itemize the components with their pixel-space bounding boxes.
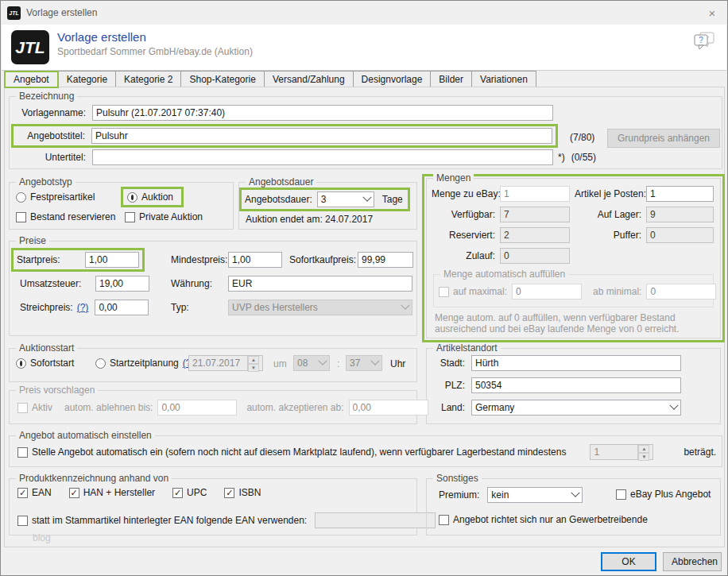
festpreisartikel-radio-circle[interactable] xyxy=(16,192,26,203)
auktion-ende-label: Auktion endet am: 24.07.2017 xyxy=(246,214,373,225)
group-produktkennzeichnung-label: Produktkennzeichnung anhand von xyxy=(16,473,172,484)
tab-kategorie[interactable]: Kategorie xyxy=(58,71,116,87)
spinner-icons: ▲▼ xyxy=(637,445,649,459)
land-select[interactable]: Germany xyxy=(471,400,681,416)
minute-select: 37 xyxy=(346,355,382,371)
zulauf-input xyxy=(500,248,570,264)
umsatzsteuer-label: Umsatzsteuer: xyxy=(20,278,95,289)
lagerbestand-spinner: 1 ▲▼ xyxy=(590,444,653,460)
han-checkbox-box[interactable]: ✓ xyxy=(69,488,79,498)
angebotstitel-label: Angebotstitel: xyxy=(15,130,85,141)
gewerbetreibende-checkbox[interactable]: Angebot richtet sich nur an Gewerbetreib… xyxy=(439,514,648,525)
vorlage-erstellen-dialog: { "titlebar": { "title": "Vorlage erstel… xyxy=(0,0,728,576)
group-angebotstyp-label: Angebotstyp xyxy=(16,176,76,187)
private-auktion-checkbox-box[interactable] xyxy=(125,212,135,222)
group-angebotstyp: Angebotstyp Festpreisartikel Auktion Bes… xyxy=(9,182,234,230)
auf-lager-input xyxy=(646,207,714,222)
chevron-down-icon xyxy=(571,489,580,497)
stadt-label: Stadt: xyxy=(433,358,465,369)
statt-ean-label: statt im Stammartikel hinterlegter EAN f… xyxy=(32,515,307,526)
artikel-je-posten-input[interactable] xyxy=(646,186,714,202)
upc-checkbox-box[interactable]: ✓ xyxy=(172,488,183,498)
startzeitplanung-radio-circle[interactable] xyxy=(95,358,106,369)
streichpreis-help-link[interactable]: (?) xyxy=(77,302,89,313)
typ-select: UVP des Herstellers xyxy=(228,300,412,315)
group-menge-auffuellen: Menge automatisch auffüllen auf maximal:… xyxy=(433,274,714,307)
vorlagenname-input[interactable] xyxy=(92,105,553,121)
stadt-input[interactable] xyxy=(471,355,681,371)
tab-bilder[interactable]: Bilder xyxy=(430,71,472,87)
ean-label: EAN xyxy=(32,487,52,498)
angebotstitel-counter: (7/80) xyxy=(570,132,594,143)
ablehnen-label: autom. ablehnen bis: xyxy=(64,402,153,413)
help-bubbles-icon[interactable]: ? ? xyxy=(690,31,717,53)
angebotstitel-input[interactable] xyxy=(91,128,552,144)
verfuegbar-input xyxy=(500,207,570,222)
untertitel-input[interactable] xyxy=(92,149,553,165)
page-title: Vorlage erstellen xyxy=(57,30,146,44)
han-label: HAN + Hersteller xyxy=(83,487,155,498)
bestand-reservieren-checkbox-box[interactable] xyxy=(16,212,26,222)
abbrechen-button[interactable]: Abbrechen xyxy=(663,552,722,571)
chevron-down-icon xyxy=(318,357,327,365)
startzeitplanung-radio[interactable]: Startzeitplanung (?) xyxy=(95,358,194,369)
isbn-checkbox-box[interactable]: ✓ xyxy=(224,488,234,498)
auf-maximal-label: auf maximal: xyxy=(453,286,507,297)
bestand-reservieren-checkbox[interactable]: Bestand reservieren xyxy=(16,211,115,222)
streichpreis-input[interactable] xyxy=(95,300,149,315)
blog-watermark: blog xyxy=(33,532,51,543)
chevron-down-icon xyxy=(362,193,371,202)
svg-text:?: ? xyxy=(699,36,703,44)
uhr-label: Uhr xyxy=(390,358,405,369)
dialog-header: JTL Vorlage erstellen Sportbedarf Sommer… xyxy=(2,25,726,71)
gewerbetreibende-checkbox-box[interactable] xyxy=(439,515,449,525)
tab-variationen[interactable]: Variationen xyxy=(471,71,536,87)
private-auktion-checkbox[interactable]: Private Auktion xyxy=(125,211,203,222)
tab-angebot[interactable]: Angebot xyxy=(4,71,59,88)
chevron-down-icon xyxy=(669,401,678,410)
tab-versand-zahlung[interactable]: Versand/Zahlung xyxy=(264,71,354,87)
sofortkaufpreis-input[interactable] xyxy=(358,252,413,268)
vorlagenname-label: Vorlagenname: xyxy=(16,107,86,118)
group-preise: Preise Startpreis: Mindestpreis: Sofortk… xyxy=(9,241,417,336)
close-icon[interactable]: × xyxy=(703,6,721,20)
group-bezeichnung-label: Bezeichnung xyxy=(16,91,77,102)
mindestpreis-input[interactable] xyxy=(228,252,282,268)
aktiv-label: Aktiv xyxy=(32,402,52,413)
ean-checkbox-box[interactable]: ✓ xyxy=(17,488,28,498)
zulauf-label: Zulauf: xyxy=(432,250,495,261)
ebay-plus-checkbox[interactable]: eBay Plus Angebot xyxy=(616,489,711,500)
chevron-down-icon xyxy=(401,301,409,310)
window-title: Vorlage erstellen xyxy=(26,7,97,18)
untertitel-label: Untertitel: xyxy=(16,152,86,163)
premium-select[interactable]: kein xyxy=(487,487,583,503)
group-auktionsstart-label: Auktionsstart xyxy=(16,342,77,354)
auktion-radio-circle[interactable] xyxy=(127,192,137,203)
waehrung-input[interactable] xyxy=(228,276,412,292)
sofortstart-radio-circle[interactable] xyxy=(16,358,26,369)
plz-input[interactable] xyxy=(471,377,681,393)
um-label: um xyxy=(273,358,287,369)
tab-designvorlage[interactable]: Designvorlage xyxy=(353,71,432,87)
colon-label: : xyxy=(337,358,339,369)
ab-minimal-input xyxy=(646,284,716,300)
startpreis-input[interactable] xyxy=(85,252,139,268)
umsatzsteuer-input[interactable] xyxy=(95,276,149,292)
ok-button[interactable]: OK xyxy=(601,552,656,571)
tab-kategorie-2[interactable]: Kategorie 2 xyxy=(115,71,181,87)
statt-ean-checkbox-box[interactable] xyxy=(17,516,28,526)
tab-shop-kategorie[interactable]: Shop-Kategorie xyxy=(180,71,264,87)
festpreisartikel-radio[interactable]: Festpreisartikel xyxy=(16,191,95,203)
ab-minimal-label: ab minimal: xyxy=(593,286,641,297)
grundpreis-anhaengen-button[interactable]: Grundpreis anhängen xyxy=(607,129,720,148)
sofortstart-radio[interactable]: Sofortstart xyxy=(16,358,74,369)
tab-strip: Angebot Kategorie Kategorie 2 Shop-Kateg… xyxy=(4,71,536,87)
angebotsdauer-select[interactable]: 3 xyxy=(317,191,374,207)
land-label: Land: xyxy=(433,402,465,413)
angebotstitel-highlight: Angebotstitel: xyxy=(11,124,558,148)
untertitel-counter: (0/55) xyxy=(571,152,596,163)
ebay-plus-checkbox-box[interactable] xyxy=(616,489,626,500)
auto-einstellen-checkbox-box[interactable] xyxy=(17,447,28,458)
puffer-input xyxy=(646,227,714,243)
akzeptieren-label: autom. akzeptieren ab: xyxy=(246,402,343,413)
